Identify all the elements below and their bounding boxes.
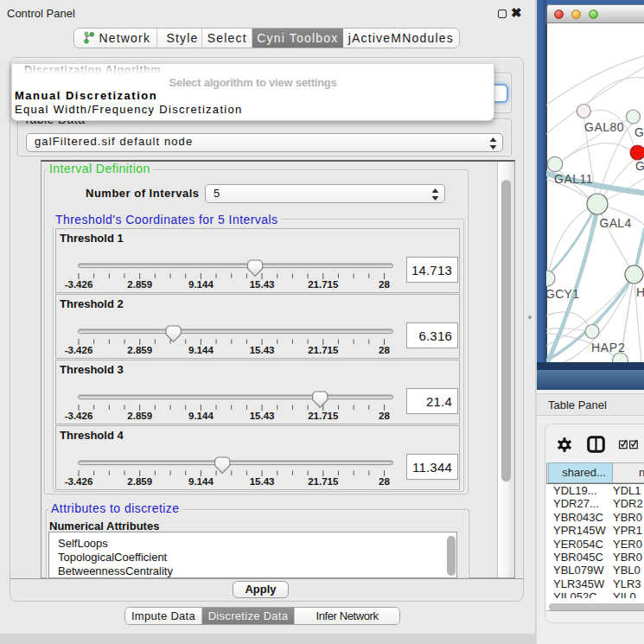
svg-text:G.: G. (634, 125, 644, 139)
svg-text:9.144: 9.144 (188, 476, 214, 487)
svg-text:15.43: 15.43 (250, 411, 275, 421)
svg-text:9.144: 9.144 (188, 279, 214, 290)
svg-text:9.144: 9.144 (188, 345, 214, 355)
svg-text:-3.426: -3.426 (65, 476, 93, 487)
svg-text:GAL4: GAL4 (600, 216, 632, 230)
svg-text:2.859: 2.859 (127, 279, 152, 290)
svg-text:GAL11: GAL11 (554, 172, 593, 186)
svg-text:-3.426: -3.426 (65, 279, 93, 290)
svg-text:21.715: 21.715 (308, 279, 339, 290)
svg-text:GAL80: GAL80 (584, 120, 624, 134)
svg-text:21.715: 21.715 (308, 345, 339, 355)
svg-text:GCY1: GCY1 (546, 287, 579, 301)
svg-text:21.715: 21.715 (308, 411, 339, 421)
svg-text:H: H (636, 285, 644, 299)
svg-text:15.43: 15.43 (250, 345, 275, 355)
svg-text:G: G (635, 159, 644, 173)
svg-text:-3.426: -3.426 (65, 411, 93, 421)
svg-text:9.144: 9.144 (188, 411, 214, 421)
svg-text:21.715: 21.715 (308, 476, 339, 487)
svg-text:15.43: 15.43 (250, 279, 275, 290)
svg-text:28: 28 (379, 345, 390, 355)
svg-text:2.859: 2.859 (127, 476, 152, 487)
svg-text:HAP2: HAP2 (591, 341, 625, 354)
svg-text:28: 28 (379, 411, 390, 421)
svg-text:28: 28 (379, 279, 390, 290)
svg-text:-3.426: -3.426 (65, 345, 93, 355)
svg-text:2.859: 2.859 (127, 345, 152, 355)
svg-text:2.859: 2.859 (127, 411, 152, 421)
svg-text:28: 28 (379, 476, 390, 487)
svg-text:15.43: 15.43 (250, 476, 275, 487)
